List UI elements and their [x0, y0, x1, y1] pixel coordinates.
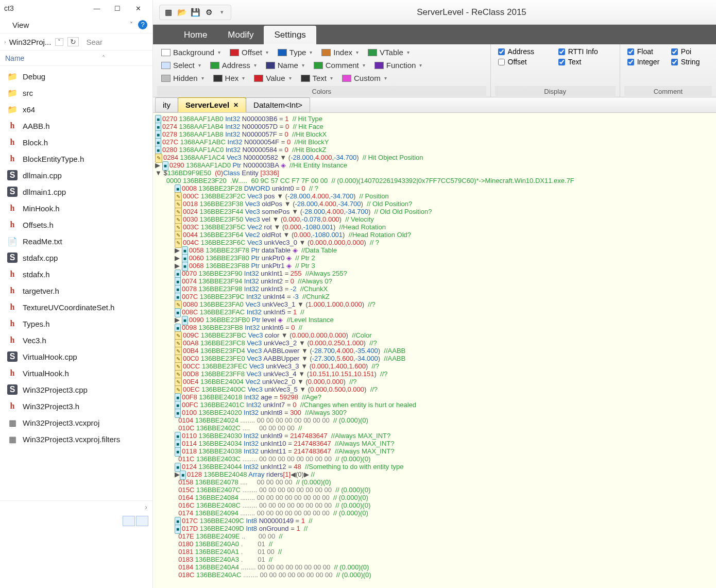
- help-icon[interactable]: ?: [138, 20, 147, 29]
- memory-view[interactable]: ■0270 1368AAF1AB0 Int32 N000003B6 = 1 //…: [153, 113, 716, 588]
- list-item[interactable]: 📄ReadMe.txt: [0, 233, 152, 249]
- menu-view[interactable]: View: [12, 21, 29, 29]
- check-poi[interactable]: Poi: [668, 46, 712, 57]
- chevron-down-icon: ▾: [419, 62, 422, 68]
- h-icon: h: [7, 401, 18, 411]
- column-name: Name: [5, 54, 24, 62]
- color-vtable[interactable]: VTable▾: [364, 46, 414, 58]
- color-hex[interactable]: Hex▾: [209, 72, 249, 84]
- breadcrumb-segment[interactable]: Win32Proj...: [9, 38, 52, 46]
- color-name[interactable]: Name▾: [262, 59, 309, 71]
- list-item[interactable]: ▦Win32Project3.vcxproj: [0, 414, 152, 431]
- list-item[interactable]: hBlock.h: [0, 134, 152, 150]
- color-text[interactable]: Text▾: [297, 72, 337, 84]
- file-label: Win32Project3.vcxproj.filters: [23, 435, 120, 444]
- breadcrumb-sep[interactable]: ›: [3, 39, 7, 45]
- list-item[interactable]: SWin32Project3.cpp: [0, 381, 152, 398]
- window-close-button[interactable]: ✕: [128, 5, 148, 12]
- chevron-down-icon: ▾: [198, 62, 201, 68]
- quick-access-toolbar: ▦ 📂 💾 ⚙ ▾: [159, 5, 231, 20]
- file-label: Types.h: [23, 320, 50, 328]
- list-item[interactable]: Sdllmain1.cpp: [0, 183, 152, 200]
- qat-dropdown-icon[interactable]: ▾: [216, 7, 228, 18]
- folder-icon: 📁: [7, 104, 18, 114]
- doc-tab[interactable]: ity: [155, 97, 178, 112]
- color-swatch-icon: [213, 75, 223, 82]
- list-item[interactable]: Sdllmain.cpp: [0, 167, 152, 183]
- file-label: ReadMe.txt: [23, 237, 62, 246]
- color-address[interactable]: Address▾: [206, 59, 261, 71]
- check-string[interactable]: String: [668, 57, 712, 67]
- chevron-down-icon: ▾: [363, 62, 365, 68]
- list-item[interactable]: ▦Win32Project3.vcxproj.filters: [0, 431, 152, 447]
- check-text[interactable]: Text: [555, 57, 616, 67]
- list-item[interactable]: 📁src: [0, 85, 152, 101]
- chevron-down-icon: ▾: [201, 75, 204, 81]
- column-header[interactable]: Name ˄: [0, 51, 152, 66]
- list-item[interactable]: SVirtualHook.cpp: [0, 348, 152, 365]
- list-item[interactable]: hVec3.h: [0, 332, 152, 348]
- check-integer[interactable]: Integer: [624, 57, 668, 67]
- h-icon: h: [7, 154, 18, 164]
- ribbon-tabs: HomeModifySettings: [153, 25, 716, 44]
- ribbon-tab-modify[interactable]: Modify: [217, 26, 264, 44]
- breadcrumb-dropdown[interactable]: ˅: [55, 38, 63, 46]
- gear-icon[interactable]: ⚙: [203, 7, 214, 18]
- doc-tab[interactable]: ServerLevel✕: [178, 97, 246, 112]
- check-rtti-info[interactable]: RTTI Info: [555, 46, 616, 57]
- file-label: VirtualHook.h: [23, 369, 69, 378]
- breadcrumb: › Win32Proj... ˅ ↻ Sear: [0, 33, 152, 51]
- file-label: VirtualHook.cpp: [23, 352, 77, 361]
- app-icon: ▦: [163, 7, 174, 18]
- ribbon-tab-home[interactable]: Home: [174, 26, 217, 44]
- color-value[interactable]: Value▾: [250, 72, 295, 84]
- open-icon[interactable]: 📂: [176, 7, 187, 18]
- list-item[interactable]: Sstdafx.cpp: [0, 249, 152, 266]
- color-comment[interactable]: Comment▾: [310, 59, 369, 71]
- list-item[interactable]: hstdafx.h: [0, 266, 152, 282]
- view-tiles-icon[interactable]: [136, 516, 148, 526]
- file-label: Win32Project3.h: [23, 402, 79, 411]
- doc-tab[interactable]: DataItem<Int>: [246, 97, 310, 112]
- menu-dropdown-icon[interactable]: ˅: [130, 21, 133, 28]
- chevron-down-icon: ▾: [289, 75, 292, 81]
- list-item[interactable]: hTextureUVCoordinateSet.h: [0, 299, 152, 315]
- file-label: Vec3.h: [23, 336, 46, 345]
- list-item[interactable]: hAABB.h: [0, 117, 152, 134]
- save-icon[interactable]: 💾: [190, 7, 201, 18]
- list-item[interactable]: hBlockEntityType.h: [0, 150, 152, 167]
- color-select[interactable]: Select▾: [157, 59, 205, 71]
- view-details-icon[interactable]: [123, 516, 135, 526]
- ribbon-tab-settings[interactable]: Settings: [264, 26, 316, 44]
- color-custom[interactable]: Custom▾: [338, 72, 391, 84]
- search-input[interactable]: Sear: [86, 38, 103, 46]
- chevron-down-icon: ▾: [302, 62, 304, 68]
- list-item[interactable]: hMinHook.h: [0, 200, 152, 216]
- window-minimize-button[interactable]: —: [87, 5, 107, 12]
- color-offset[interactable]: Offset▾: [226, 46, 272, 58]
- list-item[interactable]: hVirtualHook.h: [0, 365, 152, 381]
- ribbon-group-title-comment: Comment: [624, 86, 712, 96]
- check-offset[interactable]: Offset: [495, 57, 555, 67]
- list-item[interactable]: hWin32Project3.h: [0, 398, 152, 414]
- color-swatch-icon: [254, 75, 263, 82]
- list-item[interactable]: 📁x64: [0, 101, 152, 117]
- color-index[interactable]: Index▾: [317, 46, 363, 58]
- list-item[interactable]: hOffsets.h: [0, 216, 152, 233]
- refresh-icon[interactable]: ↻: [67, 37, 79, 46]
- check-float[interactable]: Float: [624, 46, 668, 57]
- color-function[interactable]: Function▾: [370, 59, 427, 71]
- reclass-title: ServerLevel - ReClass 2015: [231, 7, 712, 18]
- window-maximize-button[interactable]: ☐: [107, 5, 128, 12]
- file-label: stdafx.cpp: [23, 254, 58, 262]
- list-item[interactable]: htargetver.h: [0, 282, 152, 299]
- list-item[interactable]: 📁Debug: [0, 68, 152, 85]
- close-icon[interactable]: ✕: [233, 102, 238, 109]
- color-background[interactable]: Background▾: [157, 46, 225, 58]
- list-item[interactable]: hTypes.h: [0, 315, 152, 332]
- color-hidden[interactable]: Hidden▾: [157, 72, 208, 84]
- h-icon: h: [7, 285, 18, 296]
- file-label: src: [23, 89, 33, 97]
- color-type[interactable]: Type▾: [274, 46, 317, 58]
- check-address[interactable]: Address: [495, 46, 555, 57]
